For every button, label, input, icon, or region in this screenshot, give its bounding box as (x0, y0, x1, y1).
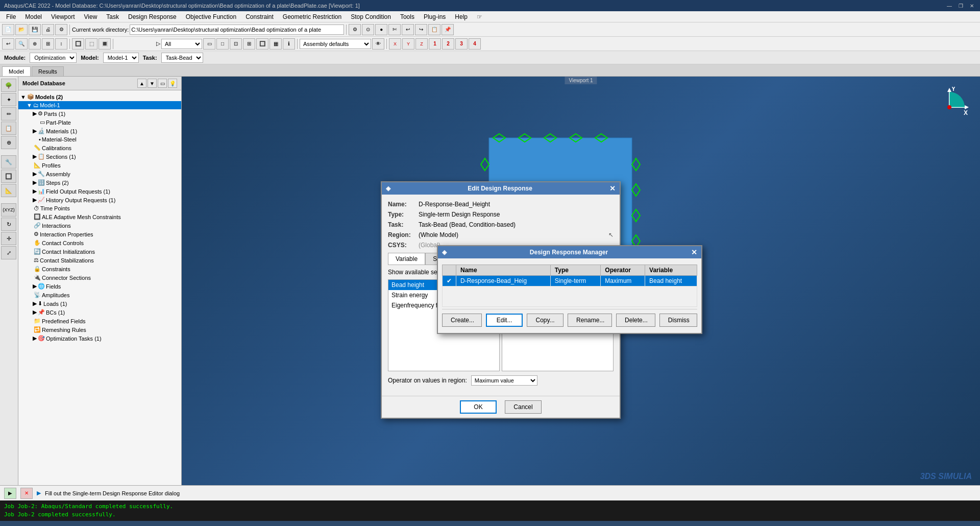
lt-copy-btn[interactable]: ⊕ (1, 136, 16, 149)
tb2-filter-btn[interactable]: ▭ (203, 38, 215, 50)
tb2-num2[interactable]: 2 (442, 38, 454, 50)
tree-ale[interactable]: 🔲 ALE Adaptive Mesh Constraints (18, 212, 181, 221)
menu-model[interactable]: Model (21, 12, 46, 21)
menu-objective-function[interactable]: Objective Function (182, 12, 240, 21)
tb2-btn2[interactable]: 🔍 (15, 38, 28, 50)
lt-model-tree-btn[interactable]: 🌳 (1, 79, 16, 92)
menu-viewport[interactable]: Viewport (47, 12, 79, 21)
tree-model-1[interactable]: ▼ 🗂 Model-1 (18, 101, 181, 109)
menu-file[interactable]: File (2, 12, 20, 21)
tree-part-plate[interactable]: ▭ Part-Plate (18, 118, 181, 127)
menu-help[interactable]: Help (451, 12, 472, 21)
tb-btn-b[interactable]: ⊙ (362, 24, 374, 35)
task-select[interactable]: Task-Bead (161, 53, 203, 63)
tb-refresh-button[interactable]: ⚙ (55, 24, 67, 35)
tb2-edge-btn[interactable]: 🔲 (256, 38, 268, 50)
manager-table-row[interactable]: ✔ D-Response-Bead_Heig Single-term Maxim… (443, 276, 697, 286)
tb2-info-btn[interactable]: ℹ (283, 38, 295, 50)
close-button[interactable]: ✕ (968, 2, 976, 10)
minimize-button[interactable]: — (945, 2, 953, 10)
tb2-xyz-btn3[interactable]: Z (415, 38, 428, 50)
menu-tools[interactable]: Tools (396, 12, 419, 21)
tree-steps[interactable]: ▶ 🔢 Steps (2) (18, 178, 181, 187)
edit-dr-close-button[interactable]: ✕ (609, 184, 616, 193)
tb2-xyz-btn2[interactable]: Y (402, 38, 414, 50)
rename-button[interactable]: Rename... (568, 314, 612, 327)
tree-predefined-fields[interactable]: 📁 Predefined Fields (18, 317, 181, 325)
tree-light-btn[interactable]: 💡 (168, 79, 177, 88)
lt-move-btn[interactable]: ✛ (1, 232, 16, 245)
tb-redo-button[interactable]: ↪ (415, 24, 427, 35)
lt-render-btn[interactable]: 🔲 (1, 170, 16, 183)
tab-model[interactable]: Model (2, 66, 31, 76)
tab-results[interactable]: Results (32, 66, 64, 76)
tree-field-output[interactable]: ▶ 📊 Field Output Requests (1) (18, 187, 181, 196)
tb-paste-button[interactable]: 📌 (442, 24, 454, 35)
tb-btn-d[interactable]: ✄ (388, 24, 401, 35)
tb2-num1[interactable]: 1 (429, 38, 441, 50)
status-play-btn[interactable]: ▶ (4, 488, 16, 499)
menu-view[interactable]: View (80, 12, 102, 21)
menu-design-response[interactable]: Design Response (124, 12, 181, 21)
module-select[interactable]: Optimization (30, 53, 77, 63)
restore-button[interactable]: ❐ (957, 2, 965, 10)
tree-contact-stab[interactable]: ⚖ Contact Stabilizations (18, 256, 181, 265)
cwd-input[interactable] (130, 25, 344, 35)
tb2-select-btn[interactable]: □ (216, 38, 229, 50)
tb2-btn1[interactable]: ↩ (2, 38, 14, 50)
delete-button[interactable]: Delete... (616, 314, 655, 327)
tb2-btn7[interactable]: ⬚ (85, 38, 97, 50)
dr-manager-close-button[interactable]: ✕ (691, 248, 697, 256)
tree-contact-controls[interactable]: ✋ Contact Controls (18, 238, 181, 247)
operator-select[interactable]: Maximum value Minimum value Sum Mean (471, 375, 537, 386)
tree-contact-init[interactable]: 🔄 Contact Initializations (18, 247, 181, 256)
tb-save-button[interactable]: 💾 (29, 24, 41, 35)
tb2-xyz-btn1[interactable]: X (389, 38, 401, 50)
select-all-dropdown[interactable]: All (161, 39, 202, 49)
tb2-num3[interactable]: 3 (455, 38, 468, 50)
viewport[interactable]: Viewport 1 (182, 77, 980, 485)
menu-arrow[interactable]: ☞ (473, 12, 486, 21)
tb-undo-button[interactable]: ↩ (402, 24, 414, 35)
tree-materials[interactable]: ▶ 🔬 Materials (1) (18, 127, 181, 135)
tree-interaction-props[interactable]: ⚙ Interaction Properties (18, 230, 181, 238)
tb-copy-button[interactable]: 📋 (428, 24, 440, 35)
tree-parts[interactable]: ▶ ⚙ Parts (1) (18, 109, 181, 118)
menu-task[interactable]: Task (102, 12, 123, 21)
tb-new-button[interactable]: 📄 (2, 24, 14, 35)
status-stop-btn[interactable]: ✕ (20, 488, 33, 499)
tree-assembly[interactable]: ▶ 🔧 Assembly (18, 170, 181, 178)
lt-scale-btn[interactable]: ⤢ (1, 246, 16, 259)
tree-filter-btn[interactable]: ▭ (158, 79, 167, 88)
dismiss-button[interactable]: Dismiss (659, 314, 697, 327)
tree-optimization-tasks[interactable]: ▶ 🎯 Optimization Tasks (1) (18, 334, 181, 343)
tree-bcs[interactable]: ▶ 📌 BCs (1) (18, 308, 181, 317)
menu-stop-condition[interactable]: Stop Condition (347, 12, 395, 21)
tb2-btn5[interactable]: ↕ (55, 38, 67, 50)
tree-profiles[interactable]: 📐 Profiles (18, 161, 181, 170)
tb-btn-a[interactable]: ⚙ (349, 24, 361, 35)
lt-edit-btn[interactable]: ✏ (1, 107, 16, 121)
tree-interactions[interactable]: 🔗 Interactions (18, 221, 181, 230)
tb2-btn4[interactable]: ⊞ (42, 38, 54, 50)
tb-open-button[interactable]: 📂 (15, 24, 28, 35)
tb2-view-btn[interactable]: 👁 (372, 38, 384, 50)
lt-create-btn[interactable]: ✦ (1, 93, 16, 106)
tb2-btn6[interactable]: 🔲 (72, 38, 84, 50)
ok-button[interactable]: OK (460, 400, 497, 414)
tree-time-points[interactable]: ⏱ Time Points (18, 204, 181, 212)
tree-material-steel[interactable]: • Material-Steel (18, 135, 181, 144)
tb2-node-btn[interactable]: ⊞ (243, 38, 255, 50)
lt-rotate-btn[interactable]: ↻ (1, 218, 16, 231)
menu-plugins[interactable]: Plug-ins (420, 12, 450, 21)
lt-xyz-btn[interactable]: (XYZ) (1, 203, 16, 217)
edit-button[interactable]: Edit... (486, 314, 523, 327)
tree-calibrations[interactable]: 📏 Calibrations (18, 144, 181, 152)
tb2-num4[interactable]: 4 (469, 38, 481, 50)
menu-geometric-restriction[interactable]: Geometric Restriction (279, 12, 346, 21)
tree-connector-sections[interactable]: 🔌 Connector Sections (18, 273, 181, 282)
cancel-button[interactable]: Cancel (505, 400, 542, 414)
tree-down-btn[interactable]: ▼ (148, 79, 157, 88)
tab-variable[interactable]: Variable (388, 253, 425, 265)
model-select[interactable]: Model-1 (103, 53, 139, 63)
